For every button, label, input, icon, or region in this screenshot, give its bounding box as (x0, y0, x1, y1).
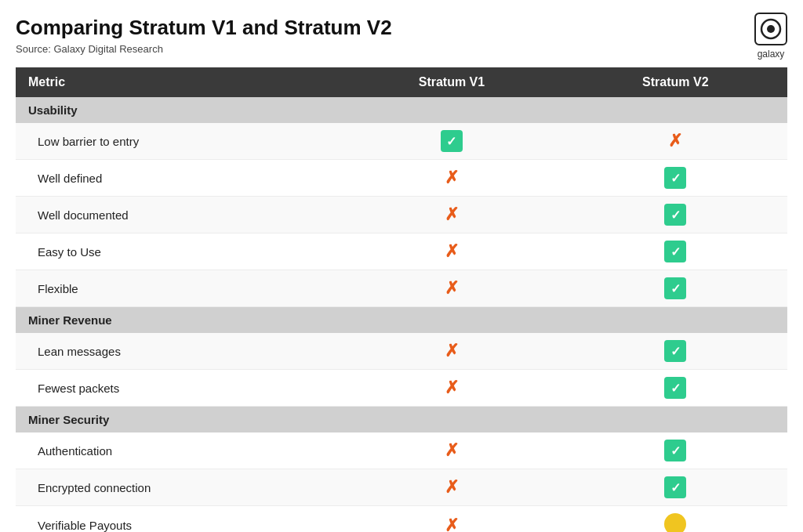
metric-label: Low barrier to entry (16, 123, 340, 160)
cross-icon: ✗ (445, 516, 459, 532)
header-metric: Metric (16, 67, 340, 97)
metric-label: Easy to Use (16, 233, 340, 270)
check-icon: ✓ (664, 241, 686, 262)
check-icon: ✓ (441, 130, 463, 152)
header-v2: Stratum V2 (564, 67, 787, 97)
category-row: Miner Revenue (16, 307, 787, 334)
v2-cell: ✓ (564, 233, 787, 270)
circle-icon (664, 513, 686, 532)
v2-cell: ✓ (564, 160, 787, 197)
cross-icon: ✗ (445, 477, 459, 498)
metric-label: Encrypted connection (16, 469, 340, 506)
table-row: Encrypted connection✗✓ (16, 469, 787, 506)
table-row: Well defined✗✓ (16, 160, 787, 197)
v1-cell: ✗ (340, 270, 563, 307)
check-icon: ✓ (664, 377, 686, 399)
v2-cell: ✓ (564, 370, 787, 407)
category-row: Miner Security (16, 407, 787, 433)
page-subtitle: Source: Galaxy Digital Research (16, 43, 787, 55)
check-icon: ✓ (664, 277, 686, 299)
table-row: Fewest packets✗✓ (16, 370, 787, 407)
cross-icon: ✗ (445, 204, 459, 225)
v2-cell: ✗ (564, 123, 787, 160)
v1-cell: ✗ (340, 506, 563, 532)
table-header-row: Metric Stratum V1 Stratum V2 (16, 67, 787, 97)
page-title: Comparing Stratum V1 and Stratum V2 (16, 16, 787, 40)
v2-cell: ✓ (564, 333, 787, 370)
v2-cell: ✓ (564, 197, 787, 233)
logo-area: galaxy (754, 13, 787, 60)
galaxy-logo-icon (754, 13, 787, 45)
v1-cell: ✗ (340, 333, 563, 370)
table-row: Easy to Use✗✓ (16, 233, 787, 270)
table-row: Well documented✗✓ (16, 197, 787, 233)
cross-icon: ✗ (445, 341, 459, 361)
table-row: Flexible✗✓ (16, 270, 787, 307)
v1-cell: ✗ (340, 197, 563, 233)
svg-point-2 (767, 25, 775, 33)
v1-cell: ✗ (340, 469, 563, 506)
check-icon: ✓ (664, 340, 686, 362)
metric-label: Well documented (16, 197, 340, 233)
check-icon: ✓ (664, 440, 686, 461)
metric-label: Authentication (16, 432, 340, 469)
logo-text: galaxy (758, 49, 785, 60)
category-label: Usability (16, 97, 787, 123)
cross-icon: ✗ (445, 440, 459, 461)
v1-cell: ✗ (340, 370, 563, 407)
category-label: Miner Revenue (16, 307, 787, 334)
v2-cell: ✓ (564, 432, 787, 469)
metric-label: Lean messages (16, 333, 340, 370)
cross-icon: ✗ (668, 131, 682, 151)
metric-label: Well defined (16, 160, 340, 197)
table-row: Authentication✗✓ (16, 432, 787, 469)
comparison-table: Metric Stratum V1 Stratum V2 UsabilityLo… (16, 67, 787, 532)
header-v1: Stratum V1 (340, 67, 563, 97)
table-row: Low barrier to entry✓✗ (16, 123, 787, 160)
table-row: Verifiable Payouts✗ (16, 506, 787, 532)
v2-cell: ✓ (564, 270, 787, 307)
table-row: Lean messages✗✓ (16, 333, 787, 370)
cross-icon: ✗ (445, 278, 459, 299)
v1-cell: ✓ (340, 123, 563, 160)
v2-cell (564, 506, 787, 532)
metric-label: Flexible (16, 270, 340, 307)
metric-label: Fewest packets (16, 370, 340, 407)
cross-icon: ✗ (445, 241, 459, 262)
v1-cell: ✗ (340, 160, 563, 197)
metric-label: Verifiable Payouts (16, 506, 340, 532)
category-row: Usability (16, 97, 787, 123)
v2-cell: ✓ (564, 469, 787, 506)
check-icon: ✓ (664, 204, 686, 226)
check-icon: ✓ (664, 476, 686, 498)
v1-cell: ✗ (340, 233, 563, 270)
category-label: Miner Security (16, 407, 787, 433)
check-icon: ✓ (664, 167, 686, 189)
v1-cell: ✗ (340, 432, 563, 469)
cross-icon: ✗ (445, 168, 459, 188)
cross-icon: ✗ (445, 378, 459, 398)
